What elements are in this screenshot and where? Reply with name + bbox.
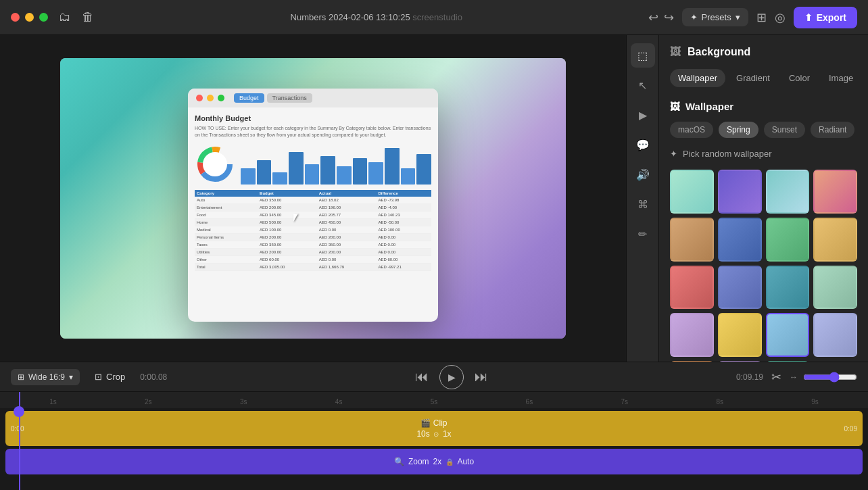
wallpaper-thumb-13[interactable] — [670, 313, 714, 357]
wallpaper-thumb-6[interactable] — [718, 218, 762, 262]
playhead-dot[interactable] — [14, 406, 24, 417]
wallpaper-thumb-2[interactable] — [718, 170, 762, 214]
app-tab-transactions: Transactions — [267, 93, 312, 103]
random-wallpaper-button[interactable]: ✦ Pick random wallpaper — [670, 149, 772, 159]
clip-time-left: 0:00 — [11, 425, 24, 433]
zoom-slider[interactable] — [803, 372, 857, 383]
ruler-mark-6s: 6s — [481, 398, 577, 406]
play-button[interactable]: ▶ — [439, 365, 464, 389]
titlebar: 🗂 🗑 Numbers 2024-02-06 13:10:25 screenst… — [0, 0, 868, 35]
ruler-mark-5s: 5s — [387, 398, 482, 406]
transport-controls: ⏮ ▶ ⏭ — [175, 365, 728, 389]
minimize-button[interactable] — [25, 13, 34, 22]
wallpaper-thumb-3[interactable] — [766, 170, 810, 214]
video-camera-icon: ▶ — [639, 109, 647, 122]
wallpaper-thumb-10[interactable] — [718, 266, 762, 310]
timeline-ruler: 1s 2s 3s 4s 5s 6s 7s 8s 9s — [0, 392, 868, 408]
tab-image[interactable]: Image — [821, 69, 861, 87]
keyframe-tool-button[interactable]: ⌘ — [631, 192, 655, 216]
crop-button[interactable]: ⊡ Crop — [88, 368, 132, 385]
presets-button[interactable]: ✦ Presets ▾ — [682, 8, 748, 26]
clip-time-right: 0:09 — [844, 425, 857, 433]
wallpaper-grid — [670, 170, 857, 362]
layout-button[interactable]: ⊞ — [756, 10, 767, 25]
category-sunset[interactable]: Sunset — [764, 122, 805, 138]
wallpaper-thumb-9[interactable] — [670, 266, 714, 310]
right-toolbar: ⬚ ↖ ▶ 💬 🔊 ⌘ ✏ — [626, 35, 658, 362]
folder-icon[interactable]: 🗂 — [59, 10, 71, 24]
cursor-tool-button[interactable]: ↖ — [631, 73, 655, 97]
chevron-down-icon: ▾ — [69, 372, 73, 382]
category-radiant[interactable]: Radiant — [811, 122, 854, 138]
tab-wallpaper[interactable]: Wallpaper — [670, 69, 725, 87]
pen-tool-button[interactable]: ✏ — [631, 222, 655, 246]
pie-chart — [195, 144, 235, 185]
wallpaper-thumb-16[interactable] — [813, 313, 857, 357]
crop-icon: ⊡ — [95, 372, 102, 382]
wallpaper-thumb-14[interactable] — [718, 313, 762, 357]
fullscreen-button[interactable] — [39, 13, 48, 22]
titlebar-right: ↩ ↪ ✦ Presets ▾ ⊞ ◎ ⬆ Export — [648, 7, 857, 28]
ruler-mark-8s: 8s — [672, 398, 767, 406]
clip-track[interactable]: 0:00 🎬 Clip 10s ⊙ 1x 0:09 — [5, 411, 863, 446]
undo-button[interactable]: ↩ — [648, 10, 658, 25]
clip-label: 🎬 Clip 10s ⊙ 1x — [416, 418, 451, 439]
background-tabs: Wallpaper Gradient Color Image — [670, 69, 857, 87]
wallpaper-thumb-1[interactable] — [670, 170, 714, 214]
speaker-icon: 🔊 — [636, 168, 650, 181]
skip-forward-button[interactable]: ⏭ — [475, 369, 488, 385]
app-fullscreen-dot — [218, 95, 224, 101]
file-actions: 🗂 🗑 — [59, 10, 94, 24]
skip-back-button[interactable]: ⏮ — [415, 369, 429, 385]
selection-tool-button[interactable]: ⬚ — [631, 43, 655, 68]
wallpaper-thumb-4[interactable] — [813, 170, 857, 214]
trash-icon[interactable]: 🗑 — [82, 10, 94, 24]
image-icon: 🖼 — [670, 46, 681, 58]
wallpaper-thumb-7[interactable] — [766, 218, 810, 262]
app-window-titlebar: Budget Transactions — [188, 89, 438, 107]
playback-bar: ⊞ Wide 16:9 ▾ ⊡ Crop 0:00.08 ⏮ ▶ ⏭ 0:09.… — [0, 362, 868, 392]
wallpaper-thumb-12[interactable] — [813, 266, 857, 310]
wallpaper-thumb-5[interactable] — [670, 218, 714, 262]
traffic-lights — [11, 13, 48, 22]
ruler-mark-9s: 9s — [767, 398, 863, 406]
window-title: Numbers 2024-02-06 13:10:25 screenstudio — [105, 12, 648, 22]
speech-tool-button[interactable]: 💬 — [631, 132, 655, 157]
audio-tool-button[interactable]: 🔊 — [631, 162, 655, 187]
time-start-display: 0:00.08 — [140, 372, 167, 382]
app-content-title: Monthly Budget — [195, 114, 431, 122]
category-spring[interactable]: Spring — [719, 122, 758, 138]
wallpaper-thumb-8[interactable] — [813, 218, 857, 262]
app-content-desc: HOW TO USE: Enter your budget for each c… — [195, 125, 431, 139]
redo-button[interactable]: ↪ — [664, 10, 674, 25]
camera-tool-button[interactable]: ▶ — [631, 103, 655, 127]
main-area: Budget Transactions Monthly Budget HOW T… — [0, 35, 868, 362]
zoom-track-icon: 🔍 — [394, 457, 404, 466]
canvas-wrapper: Budget Transactions Monthly Budget HOW T… — [0, 35, 626, 362]
undo-redo-group: ↩ ↪ — [648, 10, 674, 25]
random-wallpaper-label: Pick random wallpaper — [683, 149, 772, 159]
zoom-out-icon: ↔ — [790, 372, 798, 382]
sparkle-icon: ✦ — [690, 12, 698, 22]
export-button[interactable]: ⬆ Export — [794, 7, 857, 28]
tab-color[interactable]: Color — [781, 69, 818, 87]
wallpaper-categories: macOS Spring Sunset Radiant — [670, 122, 857, 138]
time-end-display: 0:09.19 — [736, 372, 763, 382]
close-button[interactable] — [11, 13, 20, 22]
tab-gradient[interactable]: Gradient — [728, 69, 778, 87]
preview-button[interactable]: ◎ — [775, 10, 786, 25]
app-content: Monthly Budget HOW TO USE: Enter your bu… — [188, 107, 438, 322]
zoom-track[interactable]: 🔍 Zoom 2x 🔒 Auto — [5, 449, 863, 474]
clip-info: 10s ⊙ 1x — [416, 429, 451, 439]
cut-button[interactable]: ✂ — [771, 370, 781, 385]
svg-point-4 — [203, 152, 227, 176]
command-icon: ⌘ — [637, 198, 648, 211]
canvas-preview: Budget Transactions Monthly Budget HOW T… — [60, 58, 566, 339]
aspect-ratio-button[interactable]: ⊞ Wide 16:9 ▾ — [11, 369, 80, 385]
bar-chart — [241, 144, 431, 185]
category-macos[interactable]: macOS — [670, 122, 713, 138]
section-title-label: Background — [688, 46, 750, 58]
zoom-control: ↔ — [790, 372, 857, 383]
wallpaper-thumb-15[interactable] — [766, 313, 810, 357]
wallpaper-thumb-11[interactable] — [766, 266, 810, 310]
